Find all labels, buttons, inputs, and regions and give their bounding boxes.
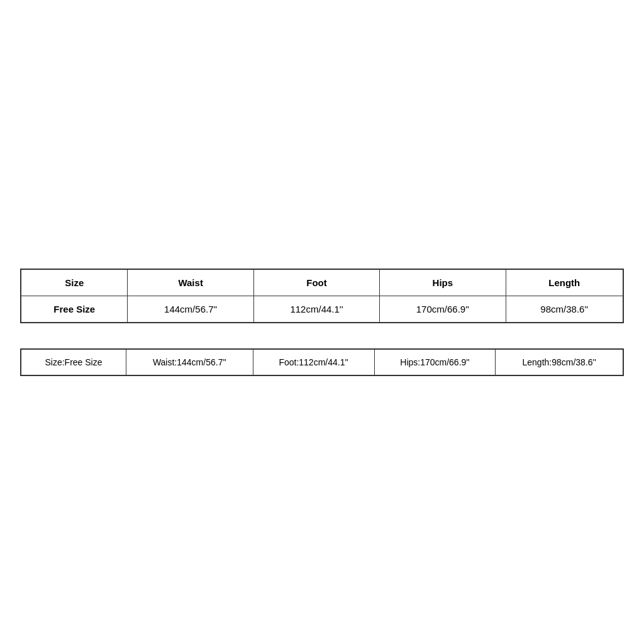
cell-size: Free Size <box>21 296 128 323</box>
header-foot: Foot <box>253 269 379 296</box>
summary-cell-size: Size:Free Size <box>21 349 126 375</box>
header-length: Length <box>506 269 623 296</box>
summary-size-table: Size:Free Size Waist:144cm/56.7'' Foot:1… <box>20 348 624 376</box>
main-size-table: Size Waist Foot Hips Length Free Size 14… <box>20 269 624 323</box>
tables-container: Size Waist Foot Hips Length Free Size 14… <box>20 269 624 376</box>
summary-cell-waist: Waist:144cm/56.7'' <box>126 349 253 375</box>
cell-foot: 112cm/44.1'' <box>253 296 379 323</box>
table-row: Free Size 144cm/56.7'' 112cm/44.1'' 170c… <box>21 296 623 323</box>
table-header-row: Size Waist Foot Hips Length <box>21 269 623 296</box>
header-size: Size <box>21 269 128 296</box>
cell-hips: 170cm/66.9'' <box>380 296 506 323</box>
header-waist: Waist <box>128 269 253 296</box>
summary-cell-foot: Foot:112cm/44.1'' <box>253 349 374 375</box>
cell-length: 98cm/38.6'' <box>506 296 623 323</box>
summary-cell-length: Length:98cm/38.6'' <box>496 349 623 375</box>
cell-waist: 144cm/56.7'' <box>128 296 253 323</box>
summary-row: Size:Free Size Waist:144cm/56.7'' Foot:1… <box>21 349 623 375</box>
summary-cell-hips: Hips:170cm/66.9'' <box>374 349 496 375</box>
header-hips: Hips <box>380 269 506 296</box>
